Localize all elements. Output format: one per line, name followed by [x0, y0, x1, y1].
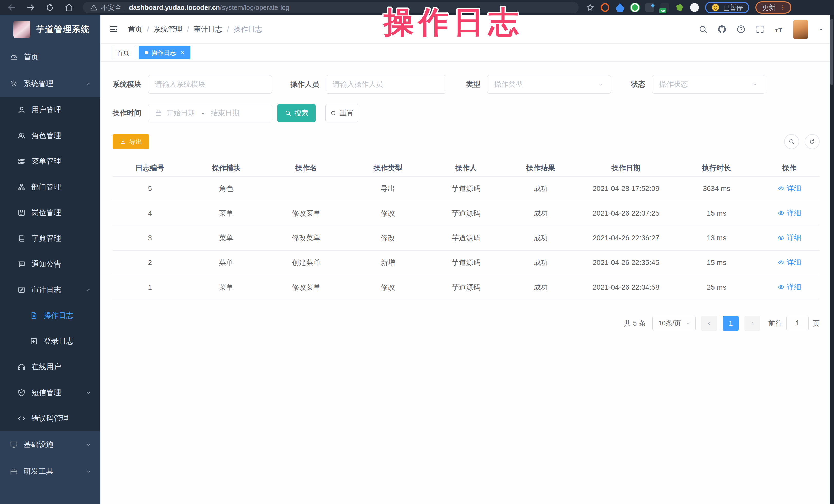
sidebar-item-menus[interactable]: 菜单管理: [0, 149, 100, 174]
table-tools: [784, 134, 819, 149]
page-size-select[interactable]: 10条/页: [652, 316, 696, 331]
sidebar-item-system[interactable]: 系统管理: [0, 70, 100, 97]
breadcrumb-item[interactable]: 系统管理: [154, 24, 182, 34]
chevron-right-icon: [749, 320, 755, 326]
detail-link[interactable]: 详细: [777, 258, 801, 267]
chevron-down-icon: [85, 468, 92, 475]
avatar[interactable]: [793, 20, 808, 39]
collapse-sidebar-icon[interactable]: [109, 24, 119, 34]
goto-page: 前往 1 页: [768, 316, 819, 331]
toggle-search-button[interactable]: [784, 134, 799, 149]
caret-down-icon[interactable]: [817, 26, 825, 33]
cell-type: 导出: [347, 176, 429, 201]
cell-id: 5: [112, 176, 187, 201]
page-number-current[interactable]: 1: [723, 316, 739, 331]
sidebar-item-users[interactable]: 用户管理: [0, 97, 100, 123]
sidebar-item-posts[interactable]: 岗位管理: [0, 200, 100, 226]
extension-orange-icon[interactable]: [601, 3, 610, 12]
page-size-label: 10条/页: [658, 319, 681, 328]
sidebar-item-label: 角色管理: [31, 131, 61, 141]
search-icon[interactable]: [698, 25, 708, 34]
range-separator: -: [202, 109, 204, 117]
extension-green-icon[interactable]: [631, 3, 639, 12]
detail-link[interactable]: 详细: [777, 183, 801, 193]
sidebar-item-departments[interactable]: 部门管理: [0, 174, 100, 200]
filter-row-2: 操作时间 开始日期 - 结束日期 搜索 重置: [112, 104, 819, 122]
sidebar-item-infrastructure[interactable]: 基础设施: [0, 431, 100, 458]
back-icon[interactable]: [7, 2, 17, 13]
next-page-button[interactable]: [744, 316, 760, 331]
goto-label: 前往: [768, 319, 782, 328]
paused-badge[interactable]: 已暂停: [705, 2, 749, 13]
refresh-table-button[interactable]: [805, 134, 819, 149]
sidebar-item-home[interactable]: 首页: [0, 44, 100, 70]
help-icon[interactable]: [737, 25, 746, 34]
extension-gem-icon[interactable]: [645, 3, 654, 12]
sidebar-item-label: 短信管理: [31, 388, 61, 398]
tag-operate-log[interactable]: 操作日志 ×: [139, 46, 190, 59]
smiley-icon: [711, 3, 720, 12]
extension-on-icon[interactable]: on: [660, 3, 669, 12]
cell-duration: 25 ms: [674, 275, 759, 300]
update-button[interactable]: 更新: [755, 1, 791, 14]
chevron-down-icon: [597, 81, 604, 88]
sidebar-item-notice[interactable]: 通知公告: [0, 251, 100, 277]
sidebar-item-login-log[interactable]: 登录日志: [0, 328, 100, 354]
sidebar-item-operate-log[interactable]: 操作日志: [0, 303, 100, 328]
type-select[interactable]: 操作类型: [487, 75, 611, 93]
status-select[interactable]: 操作状态: [652, 75, 765, 93]
extension-puzzle-icon[interactable]: [690, 3, 699, 12]
bookmark-star-icon[interactable]: [586, 3, 595, 12]
font-size-icon[interactable]: TT: [774, 25, 784, 34]
cell-name: 创建菜单: [265, 250, 347, 275]
page-scrollbar[interactable]: [830, 15, 834, 504]
detail-link[interactable]: 详细: [777, 282, 801, 292]
url-text: dashboard.yudao.iocoder.cn/system/log/op…: [129, 4, 289, 12]
search-button[interactable]: 搜索: [278, 104, 315, 122]
sidebar-item-online-users[interactable]: 在线用户: [0, 354, 100, 380]
goto-page-input[interactable]: 1: [787, 316, 809, 331]
breadcrumb-item[interactable]: 首页: [128, 24, 142, 34]
prev-page-button[interactable]: [701, 316, 717, 331]
cell-date: 2021-04-26 22:34:58: [578, 275, 674, 300]
detail-link[interactable]: 详细: [777, 208, 801, 218]
sidebar-item-audit-log[interactable]: 审计日志: [0, 277, 100, 303]
reload-icon[interactable]: [45, 2, 55, 13]
cell-duration: 15 ms: [674, 250, 759, 275]
cell-type: 修改: [347, 275, 429, 300]
sidebar-item-sms[interactable]: 短信管理: [0, 380, 100, 406]
cell-operator: 芋道源码: [429, 226, 503, 250]
date-range-input[interactable]: 开始日期 - 结束日期: [148, 104, 272, 122]
module-input[interactable]: 请输入系统模块: [148, 75, 272, 93]
org-tree-icon: [18, 183, 26, 191]
app-title: 芋道管理系统: [36, 24, 90, 35]
browser-menu-icon[interactable]: [779, 4, 787, 11]
extension-blue-icon[interactable]: [616, 3, 624, 12]
sidebar-item-error-code[interactable]: 错误码管理: [0, 406, 100, 431]
sidebar-item-label: 审计日志: [31, 285, 61, 295]
breadcrumb-item[interactable]: 审计日志: [194, 24, 222, 34]
cell-module: 菜单: [187, 250, 265, 275]
close-icon[interactable]: ×: [181, 49, 184, 56]
sidebar-item-label: 基础设施: [24, 439, 53, 450]
sidebar-item-roles[interactable]: 角色管理: [0, 123, 100, 149]
fullscreen-icon[interactable]: [755, 25, 765, 34]
detail-label: 详细: [787, 233, 801, 243]
sidebar-item-dev-tools[interactable]: 研发工具: [0, 458, 100, 485]
github-icon[interactable]: [717, 25, 727, 34]
infrastructure-icon: [10, 440, 18, 449]
reset-button[interactable]: 重置: [325, 104, 358, 122]
detail-link[interactable]: 详细: [777, 233, 801, 243]
forward-icon[interactable]: [26, 2, 36, 13]
tag-home[interactable]: 首页: [111, 46, 135, 59]
sidebar-logo[interactable]: 芋道管理系统: [0, 15, 100, 44]
header-tools: TT: [698, 20, 825, 39]
operator-input[interactable]: 请输入操作人员: [326, 75, 446, 93]
chevron-down-icon: [751, 81, 758, 88]
home-icon[interactable]: [64, 2, 74, 13]
sidebar-item-dictionary[interactable]: 字典管理: [0, 226, 100, 251]
extensions-area: on 已暂停 更新: [586, 1, 791, 14]
extension-leaf-icon[interactable]: [675, 3, 684, 12]
scrollbar-thumb[interactable]: [830, 19, 833, 85]
export-button[interactable]: 导出: [112, 134, 149, 149]
